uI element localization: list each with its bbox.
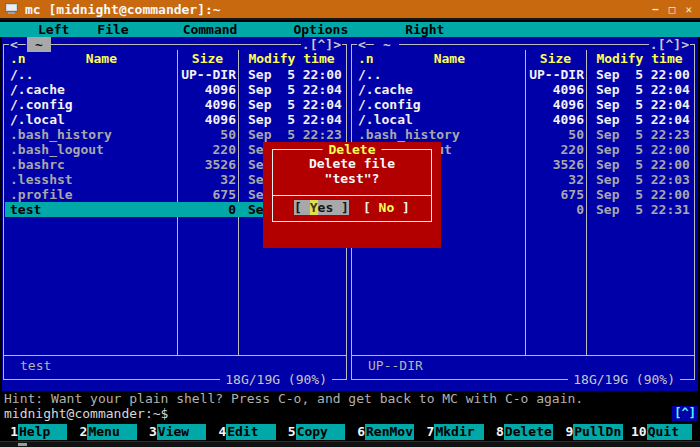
left-panel-path-tab[interactable]: ~ bbox=[27, 37, 51, 52]
file-row[interactable]: /.cache4096Sep 5 22:04 bbox=[5, 82, 345, 97]
command-line[interactable]: midnight@commander:~$ [^] bbox=[4, 406, 698, 421]
file-mtime: Sep 5 22:04 bbox=[587, 112, 693, 127]
column-header-size[interactable]: Size bbox=[177, 51, 238, 66]
panel-up-button[interactable]: .[^]> bbox=[301, 37, 342, 52]
file-size: 220 bbox=[178, 142, 239, 157]
menu-bar: LeftFileCommandOptionsRight bbox=[0, 22, 700, 37]
resize-grip[interactable] bbox=[18, 443, 27, 446]
fkey-help-button[interactable]: 1Help bbox=[4, 424, 73, 440]
fkey-label: Menu bbox=[87, 424, 136, 440]
file-mtime: Sep 5 22:04 bbox=[239, 112, 345, 127]
no-button[interactable]: [ No ] bbox=[363, 200, 410, 215]
mc-window: mc [midnight@commander]:~ − □ ✕ LeftFile… bbox=[0, 0, 700, 447]
left-panel-top: <─ ~ .[^]> bbox=[4, 37, 346, 52]
left-mini-status: test bbox=[20, 358, 51, 373]
minimize-button[interactable]: − bbox=[652, 3, 659, 16]
file-row[interactable]: /.config4096Sep 5 22:04 bbox=[353, 97, 693, 112]
file-size: 0 bbox=[526, 202, 587, 217]
dialog-border: Delete Delete file "test"? [ Yes ] [ No … bbox=[272, 149, 432, 222]
file-name: .profile bbox=[5, 187, 178, 202]
column-header-name[interactable]: Name bbox=[86, 51, 117, 66]
right-free-space: 18G/19G (90%) bbox=[568, 372, 680, 387]
yes-hotkey: Y bbox=[310, 200, 318, 215]
file-mtime: Sep 5 22:23 bbox=[587, 127, 693, 142]
file-mtime: Sep 5 22:00 bbox=[587, 187, 693, 202]
fkey-label: Mkdir bbox=[434, 424, 483, 440]
fkey-menu-button[interactable]: 2Menu bbox=[73, 424, 142, 440]
menu-item-left[interactable]: Left bbox=[38, 22, 69, 37]
file-size: UP--DIR bbox=[526, 67, 587, 82]
column-header-name[interactable]: Name bbox=[434, 51, 465, 66]
fkey-quit-button[interactable]: 10Quit bbox=[629, 424, 698, 440]
menu-item-options[interactable]: Options bbox=[293, 22, 348, 37]
file-mtime: Sep 5 22:00 bbox=[239, 67, 345, 82]
file-mtime: Sep 5 22:00 bbox=[587, 157, 693, 172]
panel-up-button[interactable]: .[^]> bbox=[649, 37, 690, 52]
fkey-renmov-button[interactable]: 6RenMov bbox=[351, 424, 420, 440]
mini-status-separator bbox=[352, 355, 694, 356]
file-name: /.config bbox=[5, 97, 178, 112]
file-size: 3526 bbox=[526, 157, 587, 172]
fkey-edit-button[interactable]: 4Edit bbox=[212, 424, 281, 440]
close-button[interactable]: ✕ bbox=[685, 3, 692, 16]
file-name: /.. bbox=[5, 67, 178, 82]
menu-item-file[interactable]: File bbox=[97, 22, 128, 37]
file-size: 675 bbox=[178, 187, 239, 202]
file-size: 32 bbox=[178, 172, 239, 187]
file-row[interactable]: /..UP--DIRSep 5 22:00 bbox=[5, 67, 345, 82]
file-mtime: Sep 5 22:04 bbox=[239, 82, 345, 97]
file-row[interactable]: /.local4096Sep 5 22:04 bbox=[5, 112, 345, 127]
file-mtime: Sep 5 22:00 bbox=[587, 142, 693, 157]
delete-dialog: Delete Delete file "test"? [ Yes ] [ No … bbox=[263, 142, 441, 248]
file-size: 3526 bbox=[178, 157, 239, 172]
fkey-number: 2 bbox=[73, 424, 87, 440]
fkey-mkdir-button[interactable]: 7Mkdir bbox=[420, 424, 489, 440]
file-mtime: Sep 5 22:04 bbox=[239, 97, 345, 112]
file-row[interactable]: /.local4096Sep 5 22:04 bbox=[353, 112, 693, 127]
terminal-icon bbox=[5, 3, 19, 15]
file-name: /.local bbox=[353, 112, 526, 127]
history-button[interactable]: [^] bbox=[672, 406, 698, 421]
file-name: .bash_history bbox=[5, 127, 178, 142]
right-mini-status: UP--DIR bbox=[368, 358, 423, 373]
fkey-pulldn-button[interactable]: 9PullDn bbox=[559, 424, 628, 440]
fkey-label: Delete bbox=[504, 424, 553, 440]
column-header-mtime[interactable]: Modify time bbox=[586, 51, 693, 66]
file-size: UP--DIR bbox=[178, 67, 239, 82]
fkey-copy-button[interactable]: 5Copy bbox=[282, 424, 351, 440]
file-row[interactable]: /.cache4096Sep 5 22:04 bbox=[353, 82, 693, 97]
file-row[interactable]: /..UP--DIRSep 5 22:00 bbox=[353, 67, 693, 82]
file-size: 675 bbox=[526, 187, 587, 202]
panel-scroll-left-icon[interactable]: <─ bbox=[9, 37, 27, 52]
maximize-button[interactable]: □ bbox=[669, 3, 676, 16]
fkey-number: 8 bbox=[490, 424, 504, 440]
file-size: 4096 bbox=[526, 82, 587, 97]
left-free-space: 18G/19G (90%) bbox=[220, 372, 332, 387]
fkey-label: View bbox=[157, 424, 206, 440]
right-panel-top: <─ ~ .[^]> bbox=[352, 37, 694, 52]
right-panel-path-tab[interactable]: ~ bbox=[375, 37, 399, 52]
file-mtime: Sep 5 22:00 bbox=[587, 67, 693, 82]
fkey-label: RenMov bbox=[365, 424, 414, 440]
yes-button[interactable]: [ Yes ] bbox=[294, 200, 349, 215]
left-panel-header: .nName Size Modify time bbox=[5, 51, 345, 66]
file-row[interactable]: .bash_history50Sep 5 22:23 bbox=[353, 127, 693, 142]
fkey-view-button[interactable]: 3View bbox=[143, 424, 212, 440]
menu-item-command[interactable]: Command bbox=[183, 22, 238, 37]
fkey-label: Quit bbox=[647, 424, 692, 440]
fkey-delete-button[interactable]: 8Delete bbox=[490, 424, 559, 440]
file-size: 0 bbox=[178, 202, 239, 217]
file-row[interactable]: .bash_history50Sep 5 22:23 bbox=[5, 127, 345, 142]
file-row[interactable]: /.config4096Sep 5 22:04 bbox=[5, 97, 345, 112]
file-name: /.cache bbox=[353, 82, 526, 97]
menu-item-right[interactable]: Right bbox=[405, 22, 444, 37]
column-header-size[interactable]: Size bbox=[525, 51, 586, 66]
dialog-message: Delete file bbox=[273, 156, 431, 171]
sort-indicator: .n bbox=[358, 51, 374, 66]
panel-scroll-left-icon[interactable]: <─ bbox=[357, 37, 375, 52]
column-header-mtime[interactable]: Modify time bbox=[238, 51, 345, 66]
shell-prompt: midnight@commander:~$ bbox=[4, 406, 168, 421]
function-key-bar: 1Help2Menu3View4Edit5Copy6RenMov7Mkdir8D… bbox=[2, 424, 698, 440]
file-mtime: Sep 5 22:23 bbox=[239, 127, 345, 142]
file-mtime: Sep 5 22:04 bbox=[587, 97, 693, 112]
